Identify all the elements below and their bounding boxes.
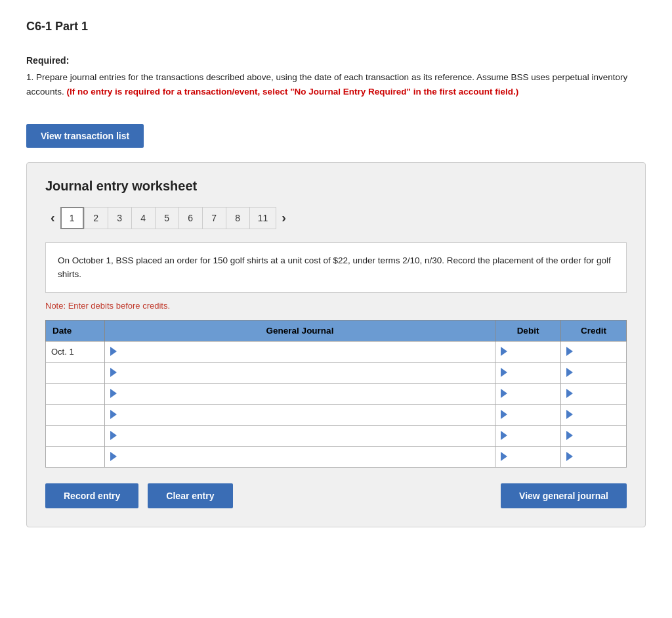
required-label: Required: xyxy=(26,53,646,68)
debit-cell-3[interactable] xyxy=(495,383,561,404)
header-credit: Credit xyxy=(561,320,627,341)
debit-input-1[interactable] xyxy=(510,347,555,357)
journal-cell-5[interactable] xyxy=(105,425,495,446)
tab-2[interactable]: 2 xyxy=(84,207,108,229)
triangle-icon-3 xyxy=(110,389,117,398)
debit-input-3[interactable] xyxy=(510,389,555,399)
item-number: 1. xyxy=(26,72,33,82)
credit-cell-4[interactable] xyxy=(561,404,627,425)
header-date: Date xyxy=(46,320,105,341)
tab-1[interactable]: 1 xyxy=(60,207,84,229)
debit-cell-6[interactable] xyxy=(495,446,561,467)
debit-cell-1[interactable] xyxy=(495,341,561,362)
credit-input-2[interactable] xyxy=(576,368,621,378)
journal-cell-4[interactable] xyxy=(105,404,495,425)
tab-next-button[interactable]: › xyxy=(276,208,291,228)
date-cell-2 xyxy=(46,362,105,383)
required-red-text: (If no entry is required for a transacti… xyxy=(67,87,519,97)
triangle-icon-4 xyxy=(110,410,117,419)
page-title: C6-1 Part 1 xyxy=(26,20,646,33)
triangle-icon-credit-4 xyxy=(566,410,573,419)
debit-input-4[interactable] xyxy=(510,410,555,420)
journal-input-1[interactable] xyxy=(119,347,490,357)
required-section: Required: 1. Prepare journal entries for… xyxy=(26,53,646,99)
tab-prev-button[interactable]: ‹ xyxy=(45,208,60,228)
debit-input-5[interactable] xyxy=(510,431,555,441)
table-row xyxy=(46,446,627,467)
credit-input-4[interactable] xyxy=(576,410,621,420)
view-transaction-button[interactable]: View transaction list xyxy=(26,124,144,148)
journal-cell-2[interactable] xyxy=(105,362,495,383)
journal-cell-3[interactable] xyxy=(105,383,495,404)
triangle-icon-2 xyxy=(110,368,117,377)
triangle-icon-credit-6 xyxy=(566,452,573,461)
triangle-icon-credit-3 xyxy=(566,389,573,398)
tab-7[interactable]: 7 xyxy=(202,207,226,229)
triangle-icon-debit-6 xyxy=(501,452,507,461)
date-cell-3 xyxy=(46,383,105,404)
date-cell-1: Oct. 1 xyxy=(46,341,105,362)
triangle-icon-credit-2 xyxy=(566,368,573,377)
header-debit: Debit xyxy=(495,320,561,341)
date-cell-5 xyxy=(46,425,105,446)
date-cell-4 xyxy=(46,404,105,425)
credit-input-1[interactable] xyxy=(576,347,621,357)
tab-row: ‹ 1 2 3 4 5 6 7 8 11 › xyxy=(45,207,627,229)
date-cell-6 xyxy=(46,446,105,467)
table-row xyxy=(46,404,627,425)
triangle-icon-credit-5 xyxy=(566,431,573,440)
debit-input-2[interactable] xyxy=(510,368,555,378)
scenario-box: On October 1, BSS placed an order for 15… xyxy=(45,242,627,293)
tab-6[interactable]: 6 xyxy=(178,207,202,229)
triangle-icon-debit-4 xyxy=(501,410,507,419)
journal-input-3[interactable] xyxy=(119,389,490,399)
debit-cell-4[interactable] xyxy=(495,404,561,425)
journal-input-6[interactable] xyxy=(119,452,490,462)
table-row xyxy=(46,362,627,383)
required-text: 1. Prepare journal entries for the trans… xyxy=(26,70,646,99)
debit-input-6[interactable] xyxy=(510,452,555,462)
credit-input-6[interactable] xyxy=(576,452,621,462)
journal-table: Date General Journal Debit Credit Oct. 1 xyxy=(45,320,627,468)
triangle-icon-debit-1 xyxy=(501,347,507,356)
triangle-icon-5 xyxy=(110,431,117,440)
triangle-icon-debit-3 xyxy=(501,389,507,398)
tab-8[interactable]: 8 xyxy=(226,207,249,229)
credit-cell-1[interactable] xyxy=(561,341,627,362)
triangle-icon-6 xyxy=(110,452,117,461)
worksheet-title: Journal entry worksheet xyxy=(45,179,627,194)
credit-cell-3[interactable] xyxy=(561,383,627,404)
triangle-icon-1 xyxy=(110,347,117,356)
debit-cell-5[interactable] xyxy=(495,425,561,446)
table-row xyxy=(46,425,627,446)
credit-cell-6[interactable] xyxy=(561,446,627,467)
tab-11[interactable]: 11 xyxy=(249,207,277,229)
table-row xyxy=(46,383,627,404)
action-buttons: Record entry Clear entry View general jo… xyxy=(45,483,627,508)
header-general-journal: General Journal xyxy=(105,320,495,341)
credit-cell-5[interactable] xyxy=(561,425,627,446)
clear-entry-button[interactable]: Clear entry xyxy=(148,483,232,508)
credit-cell-2[interactable] xyxy=(561,362,627,383)
journal-cell-6[interactable] xyxy=(105,446,495,467)
tab-5[interactable]: 5 xyxy=(155,207,178,229)
view-general-journal-button[interactable]: View general journal xyxy=(501,483,627,508)
triangle-icon-debit-5 xyxy=(501,431,507,440)
table-row: Oct. 1 xyxy=(46,341,627,362)
record-entry-button[interactable]: Record entry xyxy=(45,483,138,508)
journal-input-2[interactable] xyxy=(119,368,490,378)
debit-cell-2[interactable] xyxy=(495,362,561,383)
note-text: Note: Enter debits before credits. xyxy=(45,301,627,311)
journal-input-5[interactable] xyxy=(119,431,490,441)
tab-3[interactable]: 3 xyxy=(108,207,131,229)
credit-input-5[interactable] xyxy=(576,431,621,441)
triangle-icon-credit-1 xyxy=(566,347,573,356)
journal-cell-1[interactable] xyxy=(105,341,495,362)
worksheet-container: Journal entry worksheet ‹ 1 2 3 4 5 6 7 … xyxy=(26,162,646,527)
journal-input-4[interactable] xyxy=(119,410,490,420)
triangle-icon-debit-2 xyxy=(501,368,507,377)
tab-4[interactable]: 4 xyxy=(131,207,155,229)
credit-input-3[interactable] xyxy=(576,389,621,399)
